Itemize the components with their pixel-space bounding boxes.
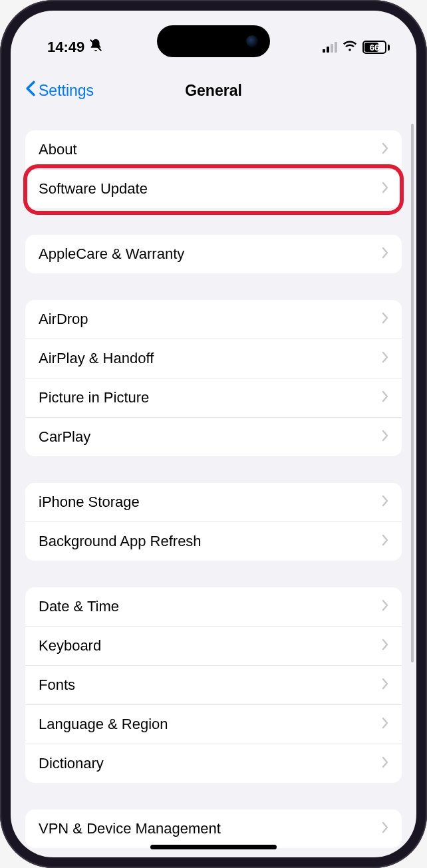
row-label: Date & Time	[39, 598, 119, 615]
back-button[interactable]: Settings	[25, 80, 94, 100]
chevron-right-icon	[382, 821, 388, 836]
scroll-indicator[interactable]	[411, 124, 414, 662]
row-applecare-warranty[interactable]: AppleCare & Warranty	[25, 235, 402, 273]
bell-slash-icon	[88, 38, 103, 57]
row-vpn-device-management[interactable]: VPN & Device Management	[25, 809, 402, 848]
row-label: Background App Refresh	[39, 533, 202, 550]
chevron-right-icon	[382, 351, 388, 366]
battery-percent: 66	[370, 43, 379, 53]
screen: 14:49 66	[11, 11, 416, 857]
row-label: CarPlay	[39, 428, 90, 446]
row-background-app-refresh[interactable]: Background App Refresh	[25, 522, 402, 561]
chevron-right-icon	[382, 182, 388, 196]
row-label: AppleCare & Warranty	[39, 245, 184, 263]
status-left: 14:49	[47, 38, 103, 57]
cellular-signal-icon	[323, 42, 337, 53]
chevron-right-icon	[382, 678, 388, 692]
row-label: About	[39, 141, 77, 158]
chevron-right-icon	[382, 639, 388, 653]
time-label: 14:49	[47, 39, 84, 56]
row-carplay[interactable]: CarPlay	[25, 418, 402, 456]
settings-group: AirDrop AirPlay & Handoff Picture in Pic…	[25, 300, 402, 456]
row-about[interactable]: About	[25, 130, 402, 170]
status-right: 66	[323, 39, 390, 56]
chevron-left-icon	[25, 80, 36, 100]
chevron-right-icon	[382, 599, 388, 614]
row-label: Software Update	[39, 180, 148, 198]
chevron-right-icon	[382, 312, 388, 327]
row-airdrop[interactable]: AirDrop	[25, 300, 402, 339]
front-camera	[246, 35, 258, 47]
row-date-time[interactable]: Date & Time	[25, 587, 402, 627]
row-label: Dictionary	[39, 755, 104, 772]
chevron-right-icon	[382, 756, 388, 771]
row-label: Keyboard	[39, 637, 101, 654]
back-label: Settings	[39, 82, 94, 100]
row-label: AirDrop	[39, 311, 88, 328]
settings-group: AppleCare & Warranty	[25, 235, 402, 273]
wifi-icon	[343, 39, 357, 56]
dynamic-island	[157, 25, 270, 57]
row-language-region[interactable]: Language & Region	[25, 705, 402, 744]
row-label: AirPlay & Handoff	[39, 350, 154, 367]
row-label: Fonts	[39, 676, 75, 694]
chevron-right-icon	[382, 534, 388, 549]
row-iphone-storage[interactable]: iPhone Storage	[25, 483, 402, 522]
settings-group: iPhone Storage Background App Refresh	[25, 483, 402, 561]
row-label: Language & Region	[39, 716, 168, 733]
chevron-right-icon	[382, 495, 388, 509]
battery-indicator: 66	[362, 41, 390, 54]
row-software-update[interactable]: Software Update	[25, 170, 402, 208]
settings-group: About Software Update	[25, 130, 402, 208]
settings-group: Date & Time Keyboard Fonts Language & Re…	[25, 587, 402, 783]
row-label: iPhone Storage	[39, 494, 140, 511]
chevron-right-icon	[382, 430, 388, 444]
row-label: VPN & Device Management	[39, 820, 221, 837]
settings-group: VPN & Device Management	[25, 809, 402, 848]
row-fonts[interactable]: Fonts	[25, 666, 402, 705]
row-dictionary[interactable]: Dictionary	[25, 744, 402, 783]
chevron-right-icon	[382, 390, 388, 405]
chevron-right-icon	[382, 247, 388, 261]
home-indicator[interactable]	[150, 845, 277, 849]
phone-frame: 14:49 66	[0, 0, 427, 868]
row-airplay-handoff[interactable]: AirPlay & Handoff	[25, 339, 402, 378]
content-area: About Software Update AppleCare & Warran…	[11, 117, 416, 857]
chevron-right-icon	[382, 142, 388, 157]
row-picture-in-picture[interactable]: Picture in Picture	[25, 378, 402, 418]
navigation-bar: Settings General	[11, 71, 416, 110]
row-label: Picture in Picture	[39, 389, 149, 406]
page-title: General	[185, 82, 242, 100]
chevron-right-icon	[382, 717, 388, 732]
row-keyboard[interactable]: Keyboard	[25, 627, 402, 666]
